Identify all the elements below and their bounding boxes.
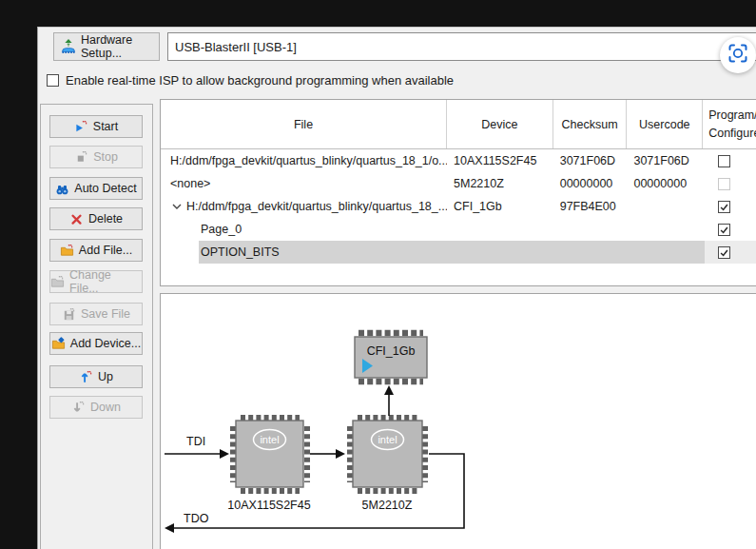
button-auto-detect[interactable]: Auto Detect (49, 177, 143, 200)
svg-text:intel: intel (378, 434, 397, 445)
stop-icon (74, 150, 88, 165)
button-stop: Stop (49, 146, 143, 168)
file-cell: H:/ddm/fpga_devkit/quartus_blinky/quartu… (161, 200, 447, 213)
column-header-program-configure[interactable]: Program/ Configure (703, 100, 756, 148)
program-checkbox[interactable] (718, 224, 730, 236)
button-up[interactable]: Up (49, 365, 143, 388)
checksum-cell: 00000000 (553, 177, 628, 190)
change-file-icon (50, 275, 65, 289)
up-icon (79, 370, 93, 384)
start-icon (74, 120, 88, 134)
save-file-icon (62, 307, 76, 322)
file-cell: Page_0 (161, 223, 447, 236)
auto-detect-icon (55, 182, 69, 196)
device-cell: CFI_1Gb (447, 200, 553, 213)
flash-name: CFI_1Gb (367, 344, 416, 358)
button-start[interactable]: Start (49, 115, 143, 138)
hardware-name-value: USB-BlasterII [USB-1] (175, 40, 297, 54)
table-row[interactable]: H:/ddm/fpga_devkit/quartus_blinky/quartu… (161, 149, 756, 172)
device-cell: 10AX115S2F45 (447, 154, 553, 167)
hardware-setup-label: Hardware Setup... (81, 33, 153, 60)
column-header-usercode[interactable]: Usercode (627, 100, 703, 148)
button-down: Down (49, 396, 143, 419)
programmer-window: Hardware Setup... USB-BlasterII [USB-1] … (37, 27, 756, 549)
add-device-icon (51, 337, 66, 351)
button-delete[interactable]: Delete (49, 207, 143, 230)
chain-device-10AX115S2F45[interactable]: intel 10AX115S2F45 (227, 418, 310, 512)
program-checkbox[interactable] (718, 178, 730, 190)
hardware-setup-icon (60, 38, 77, 55)
expander-chevron-icon[interactable] (172, 200, 182, 213)
column-header-file[interactable]: File (161, 100, 447, 148)
program-configure-cell (703, 155, 756, 167)
table-rows: H:/ddm/fpga_devkit/quartus_blinky/quartu… (161, 149, 756, 264)
checksum-cell: 97FB4E00 (553, 200, 628, 213)
column-header-device[interactable]: Device (447, 100, 553, 148)
down-icon (71, 401, 86, 415)
jtag-chain-diagram: TDI intel 10AX115S2F45 (160, 293, 756, 549)
file-cell: <none> (161, 177, 447, 190)
chain-device-5M2210Z[interactable]: intel 5M2210Z (350, 418, 425, 512)
add-file-icon (60, 244, 74, 258)
button-save-file: Save File (49, 303, 143, 325)
program-checkbox[interactable] (718, 155, 730, 167)
jtag-file-table: File Device Checksum Usercode Program/ C… (160, 99, 756, 286)
table-header: File Device Checksum Usercode Program/ C… (161, 100, 756, 149)
file-cell: H:/ddm/fpga_devkit/quartus_blinky/quartu… (161, 154, 447, 167)
program-checkbox[interactable] (718, 201, 730, 213)
program-configure-cell (703, 201, 756, 213)
usercode-cell: 00000000 (627, 177, 703, 190)
table-row[interactable]: <none> 5M2210Z 00000000 00000000 (161, 172, 756, 195)
file-cell: OPTION_BITS (161, 245, 447, 259)
device-cell: 5M2210Z (447, 177, 553, 190)
svg-text:intel: intel (260, 434, 279, 445)
program-checkbox[interactable] (718, 246, 730, 259)
chain-diagram-svg: TDI intel 10AX115S2F45 (161, 294, 756, 549)
button-change-file: Change File... (49, 270, 143, 293)
isp-checkbox[interactable] (47, 74, 59, 87)
hardware-setup-button[interactable]: Hardware Setup... (53, 32, 160, 61)
sidebar-frame (40, 104, 153, 549)
tdi-label: TDI (186, 435, 205, 448)
column-header-checksum[interactable]: Checksum (553, 100, 628, 148)
button-add-file[interactable]: Add File... (49, 239, 143, 262)
device1-name: 10AX115S2F45 (227, 499, 310, 512)
chain-flash-CFI-1Gb[interactable]: CFI_1Gb (355, 333, 427, 382)
tdo-label: TDO (184, 512, 209, 525)
hardware-name-field[interactable]: USB-BlasterII [USB-1] (167, 32, 756, 61)
table-row[interactable]: Page_0 (161, 218, 756, 241)
table-row[interactable]: H:/ddm/fpga_devkit/quartus_blinky/quartu… (161, 195, 756, 218)
table-row[interactable]: OPTION_BITS (161, 241, 756, 264)
usercode-cell: 3071F06D (627, 154, 703, 167)
capture-icon (727, 43, 748, 68)
isp-label: Enable real-time ISP to allow background… (66, 73, 454, 88)
device2-name: 5M2210Z (362, 499, 413, 512)
program-configure-cell (703, 178, 756, 190)
program-configure-cell (703, 224, 756, 236)
program-configure-cell (703, 246, 756, 259)
screenshot-root: { "colors": { "selection": "#d3d3d3", "s… (0, 0, 756, 549)
isp-row: Enable real-time ISP to allow background… (47, 72, 454, 88)
button-add-device[interactable]: Add Device... (49, 332, 143, 355)
delete-icon (69, 212, 84, 226)
capture-button[interactable] (720, 37, 756, 73)
checksum-cell: 3071F06D (553, 154, 628, 167)
